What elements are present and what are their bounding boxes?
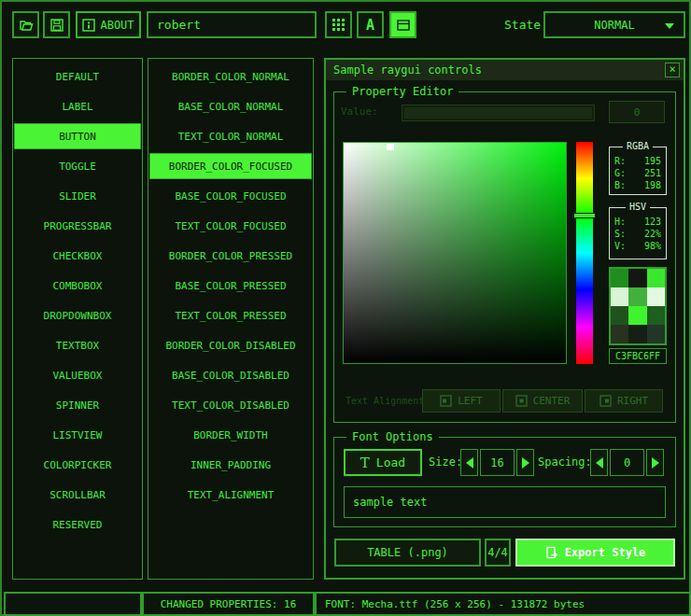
list-item-selected[interactable]: BORDER_COLOR_FOCUSED (149, 153, 312, 179)
list-item[interactable]: TOGGLE (14, 153, 141, 179)
align-right-button[interactable]: RIGHT (585, 389, 663, 413)
list-item[interactable]: DROPDOWNBOX (14, 302, 141, 329)
sample-text-value: sample text (353, 496, 427, 509)
spacing-label: Spacing: (538, 455, 592, 469)
value-box[interactable]: 0 (609, 101, 665, 123)
s-value: 22% (644, 228, 661, 240)
palette-swatch[interactable] (647, 287, 665, 306)
rguistyler-app: ABOUT robert A State: NORMAL DEFAULT LAB… (0, 0, 691, 616)
spacing-value-box[interactable]: 0 (610, 449, 644, 476)
list-item[interactable]: INNER_PADDING (149, 452, 312, 478)
list-item[interactable]: COLORPICKER (14, 452, 141, 478)
state-label: State: (504, 11, 548, 38)
spacing-decrease-button[interactable] (590, 449, 608, 476)
list-item[interactable]: TEXT_COLOR_NORMAL (149, 123, 312, 149)
style-name-input[interactable]: robert (147, 11, 317, 38)
close-icon: × (669, 63, 675, 76)
list-item[interactable]: SPINNER (14, 392, 141, 418)
palette-swatch[interactable] (647, 269, 665, 287)
palette-swatch[interactable] (611, 287, 628, 306)
list-item-selected[interactable]: BUTTON (14, 123, 141, 149)
color-picker-cursor[interactable] (387, 144, 394, 150)
palette-swatch[interactable] (647, 306, 665, 325)
palette-swatch[interactable] (628, 287, 646, 306)
grid-mode-button[interactable] (325, 11, 352, 38)
palette-swatch[interactable] (611, 306, 628, 325)
list-item[interactable]: TEXTBOX (14, 332, 141, 358)
format-counter-box[interactable]: 4/4 (485, 539, 511, 567)
export-format-dropdown[interactable]: TABLE (.png) (334, 539, 481, 567)
value-slider[interactable] (402, 105, 595, 121)
sample-text-textbox[interactable]: sample text (344, 486, 666, 518)
controls-window-toggle-button[interactable] (389, 11, 416, 38)
list-item[interactable]: BASE_COLOR_FOCUSED (149, 183, 312, 209)
floppy-save-icon (49, 18, 64, 33)
list-item[interactable]: COMBOBOX (14, 273, 141, 299)
close-button[interactable]: × (665, 63, 680, 77)
align-center-text: CENTER (533, 395, 571, 407)
rgba-row-b: B: 198 (610, 179, 666, 191)
list-item[interactable]: CHECKBOX (14, 243, 141, 269)
statusbar-changed-properties: CHANGED PROPERTIES: 16 (142, 592, 315, 616)
list-item[interactable]: DEFAULT (14, 63, 141, 90)
spacing-increase-button[interactable] (646, 449, 664, 476)
list-item[interactable]: BORDER_COLOR_DISABLED (149, 332, 312, 358)
list-item[interactable]: TEXT_ALIGNMENT (149, 482, 312, 508)
about-button[interactable]: ABOUT (76, 11, 141, 38)
align-center-button[interactable]: CENTER (502, 389, 583, 413)
rgba-row-g: G: 251 (610, 167, 666, 179)
state-dropdown[interactable]: NORMAL (543, 11, 685, 38)
save-file-button[interactable] (43, 11, 70, 38)
value-slider-track (404, 107, 592, 119)
color-saturation-value-panel[interactable] (343, 142, 567, 364)
palette-swatch[interactable] (628, 269, 646, 287)
palette-swatch[interactable] (647, 325, 665, 343)
font-options-group: Font Options T Load Size: 16 Spacing: 0 … (333, 437, 676, 527)
export-format-label: TABLE (.png) (367, 546, 448, 559)
palette-swatch[interactable] (628, 306, 646, 325)
list-item[interactable]: TEXT_COLOR_DISABLED (149, 392, 312, 418)
list-item[interactable]: BASE_COLOR_NORMAL (149, 93, 312, 119)
window-title: Sample raygui controls (333, 63, 482, 77)
list-item[interactable]: LABEL (14, 93, 141, 119)
load-font-button[interactable]: T Load (344, 449, 422, 476)
list-item[interactable]: BASE_COLOR_PRESSED (149, 273, 312, 299)
window-titlebar[interactable]: Sample raygui controls (326, 60, 684, 80)
palette-swatch[interactable] (611, 269, 628, 287)
rgba-title: RGBA (623, 141, 653, 151)
size-value-box[interactable]: 16 (480, 449, 515, 476)
list-item[interactable]: PROGRESSBAR (14, 213, 141, 239)
g-label: G: (614, 167, 626, 179)
open-file-button[interactable] (12, 11, 39, 38)
property-editor-label: Property Editor (346, 85, 458, 98)
hex-color-value: C3FBC6FF (615, 351, 660, 361)
hex-color-textbox[interactable]: C3FBC6FF (609, 348, 667, 364)
list-item[interactable]: BORDER_COLOR_NORMAL (149, 63, 312, 90)
hue-slider-handle[interactable] (573, 213, 596, 218)
hsv-group: HSV H: 123 S: 22% V: 98% (609, 207, 667, 259)
list-item[interactable]: SCROLLBAR (14, 482, 141, 508)
list-item[interactable]: BASE_COLOR_DISABLED (149, 362, 312, 388)
hue-slider[interactable] (576, 142, 593, 364)
list-item[interactable]: BORDER_WIDTH (149, 422, 312, 448)
list-item[interactable]: SLIDER (14, 183, 141, 209)
list-item[interactable]: VALUEBOX (14, 362, 141, 388)
rgba-group: RGBA R: 195 G: 251 B: 198 (609, 147, 667, 195)
state-value: NORMAL (594, 19, 634, 32)
statusbar-empty-cell (4, 592, 142, 616)
size-increase-button[interactable] (516, 449, 534, 476)
align-left-button[interactable]: LEFT (422, 389, 501, 413)
size-label: Size: (429, 455, 462, 469)
palette-swatch[interactable] (628, 325, 646, 343)
r-label: R: (614, 155, 626, 167)
list-item[interactable]: RESERVED (14, 511, 141, 538)
list-item[interactable]: BORDER_COLOR_PRESSED (149, 243, 312, 269)
palette-swatch[interactable] (611, 325, 628, 343)
g-value: 251 (644, 167, 661, 179)
list-item[interactable]: LISTVIEW (14, 422, 141, 448)
list-item[interactable]: TEXT_COLOR_FOCUSED (149, 213, 312, 239)
size-decrease-button[interactable] (460, 449, 478, 476)
font-mode-button[interactable]: A (357, 11, 384, 38)
list-item[interactable]: TEXT_COLOR_PRESSED (149, 302, 312, 329)
export-style-button[interactable]: Export Style (515, 539, 675, 567)
